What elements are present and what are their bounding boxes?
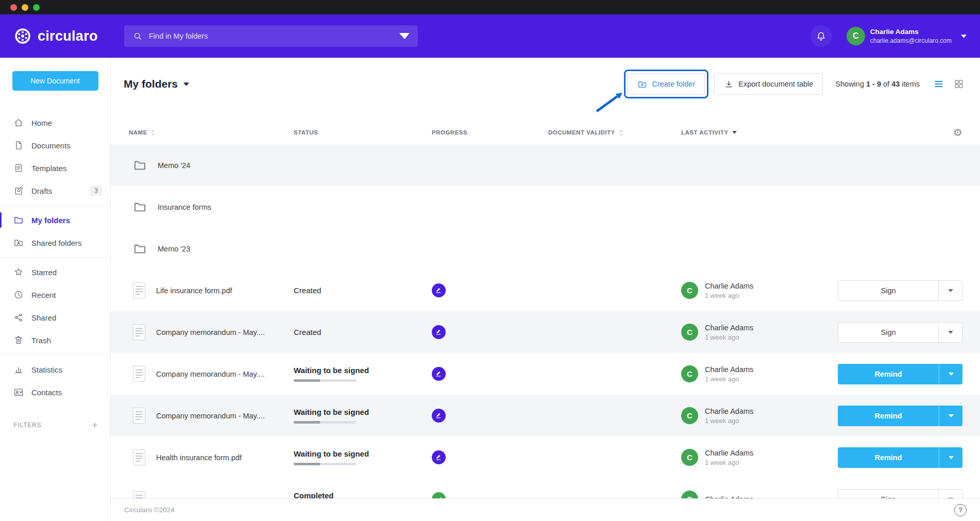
export-document-table-button[interactable]: Export document table: [714, 73, 823, 95]
sidebar-item-home[interactable]: Home: [0, 111, 110, 134]
search-input[interactable]: [149, 32, 389, 40]
column-header-name[interactable]: NAME: [124, 129, 294, 136]
remind-dropdown-button[interactable]: [939, 406, 962, 426]
item-name[interactable]: Health insurance form.pdf: [156, 453, 242, 462]
sidebar: New Document HomeDocumentsTemplatesDraft…: [0, 58, 111, 521]
item-name[interactable]: Life insurance form.pdf: [156, 287, 232, 295]
sidebar-item-trash[interactable]: Trash: [0, 329, 110, 351]
folder-row-memo-24[interactable]: Memo '24: [111, 144, 980, 186]
close-window-button[interactable]: [10, 4, 17, 11]
item-name[interactable]: Memo '24: [158, 161, 190, 170]
bell-icon: [815, 30, 827, 42]
column-header-status[interactable]: STATUS: [294, 129, 432, 136]
filters-section: FILTERS: [0, 407, 110, 429]
item-name[interactable]: Company memorandum - May....: [156, 412, 265, 420]
sign-button[interactable]: Sign: [838, 322, 939, 343]
sidebar-item-starred[interactable]: Starred: [0, 261, 110, 283]
document-row-company-memorandum-may[interactable]: Company memorandum - May....Waiting to b…: [111, 395, 980, 436]
user-menu[interactable]: C Charlie Adams charlie.adams@circularo.…: [847, 27, 967, 45]
signature-icon: [432, 450, 446, 464]
remind-button[interactable]: Remind: [838, 406, 939, 426]
document-row-company-memorandum-may[interactable]: Company memorandum - May....CreatedCChar…: [111, 311, 980, 353]
sidebar-item-documents[interactable]: Documents: [0, 134, 110, 157]
item-name[interactable]: Company memorandum - May....: [156, 328, 265, 337]
clock-icon: [13, 290, 24, 300]
sidebar-item-label: Templates: [31, 164, 66, 173]
column-header-document-validity[interactable]: DOCUMENT VALIDITY: [548, 129, 681, 136]
grid-view-button[interactable]: [953, 78, 965, 90]
sign-dropdown-button[interactable]: [939, 489, 962, 499]
document-row-life-insurance-form-pdf[interactable]: Life insurance form.pdfCreatedCCharlie A…: [111, 270, 980, 311]
sidebar-item-shared[interactable]: Shared: [0, 306, 110, 329]
sidebar-item-label: Contacts: [31, 388, 62, 397]
sidebar-item-label: Shared folders: [31, 239, 82, 247]
actor-avatar: C: [681, 449, 698, 466]
create-folder-wrapper: Create folder: [628, 73, 705, 95]
search-dropdown-caret-icon[interactable]: [399, 31, 410, 41]
item-name[interactable]: Insurance forms: [158, 203, 211, 211]
column-header-progress[interactable]: PROGRESS: [432, 129, 548, 136]
maximize-window-button[interactable]: [33, 4, 40, 11]
remind-dropdown-button[interactable]: [939, 447, 962, 468]
minimize-window-button[interactable]: [22, 4, 28, 11]
download-icon: [724, 79, 734, 89]
document-row-company-memorandum-may[interactable]: Company memorandum - May....Waiting to b…: [111, 353, 980, 395]
signature-icon: [432, 283, 446, 297]
add-filter-button[interactable]: [91, 421, 99, 429]
signature-icon: [432, 325, 446, 339]
sign-split-button: Sign: [838, 280, 962, 301]
page-title[interactable]: My folders: [124, 78, 189, 90]
header-right: C Charlie Adams charlie.adams@circularo.…: [810, 25, 967, 47]
create-folder-button[interactable]: Create folder: [628, 73, 705, 95]
actor-avatar: C: [681, 282, 698, 299]
new-document-button[interactable]: New Document: [12, 71, 98, 91]
search-bar: [124, 25, 418, 47]
column-settings-gear-icon[interactable]: ⚙: [953, 127, 962, 138]
sidebar-item-label: Home: [31, 119, 52, 127]
column-header-last-activity[interactable]: LAST ACTIVITY: [681, 129, 835, 136]
action-cell: Sign: [835, 489, 962, 499]
brand-logo[interactable]: circularo: [13, 27, 114, 45]
sidebar-item-contacts[interactable]: Contacts: [0, 381, 110, 404]
filters-label: FILTERS: [13, 422, 42, 429]
help-button[interactable]: ?: [954, 504, 967, 516]
action-cell: Remind: [835, 364, 962, 384]
sidebar-item-recent[interactable]: Recent: [0, 283, 110, 306]
remind-dropdown-button[interactable]: [939, 364, 962, 384]
document-row-completed[interactable]: CompletedCCharlie AdamsSign: [111, 478, 980, 498]
activity-time: 1 week ago: [705, 333, 753, 341]
sign-button[interactable]: Sign: [838, 280, 939, 301]
document-row-health-insurance-form-pdf[interactable]: Health insurance form.pdfWaiting to be s…: [111, 436, 980, 478]
progress-cell: [432, 492, 548, 498]
list-view-button[interactable]: [933, 78, 944, 90]
status-cell: Completed: [294, 491, 432, 498]
sidebar-item-templates[interactable]: Templates: [0, 157, 110, 179]
contacts-icon: [13, 387, 24, 397]
actor-name: Charlie Adams: [705, 449, 753, 457]
sidebar-item-my-folders[interactable]: My folders: [0, 209, 110, 231]
folder-row-insurance-forms[interactable]: Insurance forms: [111, 186, 980, 228]
actor-avatar: C: [681, 365, 698, 382]
sidebar-item-shared-folders[interactable]: Shared folders: [0, 231, 110, 254]
sidebar-item-label: Drafts: [31, 187, 52, 195]
folder-row-memo-23[interactable]: Memo '23: [111, 228, 980, 270]
actor-name: Charlie Adams: [705, 365, 753, 374]
showing-count: Showing 1 - 9 of 43 items: [835, 80, 920, 88]
remind-button[interactable]: Remind: [838, 447, 939, 468]
check-icon: [432, 492, 446, 498]
sign-dropdown-button[interactable]: [939, 280, 962, 301]
remind-split-button: Remind: [838, 447, 962, 468]
status-text: Created: [294, 328, 432, 337]
sign-dropdown-button[interactable]: [939, 322, 962, 343]
item-name[interactable]: Memo '23: [158, 245, 190, 253]
sign-button[interactable]: Sign: [838, 489, 939, 499]
document-icon: [133, 449, 145, 465]
name-cell: Company memorandum - May....: [124, 324, 294, 340]
sidebar-item-statistics[interactable]: Statistics: [0, 358, 110, 381]
actor-name: Charlie Adams: [705, 282, 753, 290]
item-name[interactable]: Company memorandum - May....: [156, 370, 265, 378]
status-cell: Created: [294, 286, 432, 295]
remind-button[interactable]: Remind: [838, 364, 939, 384]
notifications-button[interactable]: [810, 25, 832, 47]
sidebar-item-drafts[interactable]: Drafts3: [0, 179, 110, 202]
